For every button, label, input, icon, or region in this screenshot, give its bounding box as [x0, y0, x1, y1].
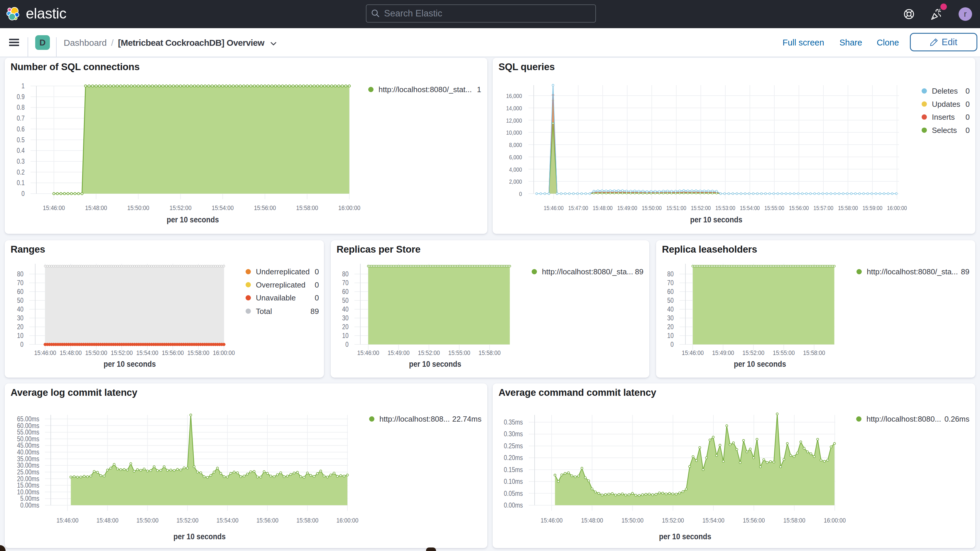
- svg-text:14,000: 14,000: [506, 105, 522, 111]
- svg-text:http://localhost:808...: http://localhost:808...: [379, 414, 450, 424]
- svg-text:30: 30: [17, 314, 24, 322]
- svg-text:0: 0: [966, 86, 970, 96]
- svg-text:10,000: 10,000: [506, 129, 522, 136]
- svg-text:15:54:00: 15:54:00: [216, 517, 239, 524]
- svg-text:30: 30: [342, 314, 348, 322]
- svg-text:1: 1: [477, 85, 481, 94]
- svg-text:0: 0: [670, 341, 674, 348]
- svg-text:15:52:00: 15:52:00: [418, 349, 440, 357]
- svg-text:0.15ms: 0.15ms: [504, 466, 523, 473]
- svg-text:15:56:00: 15:56:00: [789, 204, 809, 211]
- svg-text:0.20ms: 0.20ms: [504, 454, 523, 462]
- svg-text:0.00ms: 0.00ms: [504, 502, 523, 509]
- svg-text:15:52:00: 15:52:00: [111, 349, 133, 357]
- svg-text:89: 89: [310, 307, 319, 316]
- svg-text:89: 89: [635, 267, 643, 276]
- svg-text:15:52:00: 15:52:00: [662, 517, 684, 524]
- svg-text:0.26ms: 0.26ms: [945, 414, 969, 424]
- svg-text:15:51:00: 15:51:00: [667, 204, 686, 211]
- svg-text:Total: Total: [256, 307, 272, 316]
- svg-text:15:46:00: 15:46:00: [357, 349, 379, 357]
- svg-text:40: 40: [667, 306, 674, 313]
- svg-text:15:46:00: 15:46:00: [43, 204, 65, 212]
- svg-text:Overreplicated: Overreplicated: [256, 280, 305, 289]
- svg-text:15:52:00: 15:52:00: [170, 204, 192, 212]
- svg-text:15:52:00: 15:52:00: [691, 204, 711, 211]
- svg-text:15:55:00: 15:55:00: [448, 349, 470, 357]
- svg-text:Unavailable: Unavailable: [256, 293, 296, 302]
- svg-text:16:00:00: 16:00:00: [887, 204, 907, 211]
- svg-text:70: 70: [342, 279, 348, 287]
- svg-text:0.10ms: 0.10ms: [504, 478, 523, 485]
- svg-text:15:58:00: 15:58:00: [783, 517, 805, 524]
- svg-text:60: 60: [667, 288, 674, 295]
- svg-text:10: 10: [667, 332, 674, 339]
- svg-text:16:00:00: 16:00:00: [338, 204, 360, 212]
- svg-text:per 10 seconds: per 10 seconds: [173, 532, 226, 541]
- svg-text:0.35ms: 0.35ms: [504, 418, 523, 426]
- svg-text:per 10 seconds: per 10 seconds: [409, 360, 461, 368]
- svg-text:15:58:00: 15:58:00: [838, 204, 858, 211]
- svg-text:15:50:00: 15:50:00: [85, 349, 107, 357]
- svg-text:0.5: 0.5: [17, 136, 25, 144]
- svg-text:0: 0: [966, 126, 970, 135]
- svg-text:Deletes: Deletes: [932, 86, 958, 96]
- svg-text:0: 0: [345, 341, 348, 348]
- svg-text:15:50:00: 15:50:00: [642, 204, 662, 211]
- svg-text:80: 80: [17, 270, 24, 278]
- svg-text:0.25ms: 0.25ms: [504, 442, 523, 450]
- svg-text:http://localhost:8080...: http://localhost:8080...: [867, 414, 941, 424]
- svg-text:15:56:00: 15:56:00: [743, 517, 765, 524]
- svg-text:20: 20: [17, 323, 24, 331]
- svg-text:per 10 seconds: per 10 seconds: [167, 215, 219, 224]
- svg-text:per 10 seconds: per 10 seconds: [690, 215, 742, 224]
- svg-text:0: 0: [315, 280, 319, 289]
- svg-text:0.7: 0.7: [17, 115, 25, 122]
- svg-text:15:48:00: 15:48:00: [593, 204, 612, 211]
- svg-text:12,000: 12,000: [506, 117, 522, 124]
- svg-text:http://localhost:8080/_sta...: http://localhost:8080/_sta...: [867, 267, 958, 276]
- svg-text:6,000: 6,000: [509, 154, 522, 161]
- svg-text:15:58:00: 15:58:00: [296, 204, 318, 212]
- svg-text:Updates: Updates: [932, 100, 960, 108]
- svg-text:15:54:00: 15:54:00: [212, 204, 234, 212]
- svg-text:0.6: 0.6: [17, 125, 25, 133]
- svg-text:16,000: 16,000: [506, 92, 522, 99]
- svg-text:20: 20: [342, 323, 348, 331]
- svg-text:15:48:00: 15:48:00: [97, 517, 119, 524]
- svg-text:16:00:00: 16:00:00: [337, 517, 358, 524]
- svg-text:per 10 seconds: per 10 seconds: [659, 532, 711, 541]
- svg-text:15:48:00: 15:48:00: [85, 204, 107, 212]
- svg-text:0.2: 0.2: [17, 169, 25, 176]
- svg-text:0.1: 0.1: [17, 179, 25, 186]
- svg-text:15:46:00: 15:46:00: [682, 349, 704, 357]
- svg-text:15:46:00: 15:46:00: [57, 517, 79, 524]
- svg-text:15:49:00: 15:49:00: [388, 349, 410, 357]
- svg-text:30: 30: [667, 314, 674, 322]
- svg-text:22.74ms: 22.74ms: [452, 414, 482, 424]
- svg-text:15:58:00: 15:58:00: [803, 349, 825, 357]
- svg-text:0: 0: [966, 113, 970, 121]
- svg-text:15:53:00: 15:53:00: [715, 204, 735, 211]
- svg-text:2,000: 2,000: [509, 178, 522, 185]
- svg-text:40: 40: [17, 306, 24, 313]
- svg-text:per 10 seconds: per 10 seconds: [734, 360, 786, 368]
- svg-text:15:50:00: 15:50:00: [622, 517, 643, 524]
- svg-text:15:59:00: 15:59:00: [862, 204, 882, 211]
- svg-text:15:54:00: 15:54:00: [702, 517, 724, 524]
- svg-text:15:56:00: 15:56:00: [254, 204, 276, 212]
- svg-text:0.9: 0.9: [17, 93, 25, 100]
- svg-text:0.30ms: 0.30ms: [504, 430, 523, 438]
- svg-text:10: 10: [342, 332, 348, 339]
- svg-text:10: 10: [17, 332, 24, 339]
- svg-text:60: 60: [342, 288, 348, 295]
- svg-text:20: 20: [667, 323, 674, 331]
- svg-text:http://localhost:8080/_sta...: http://localhost:8080/_sta...: [542, 267, 633, 276]
- svg-text:0.00ms: 0.00ms: [20, 502, 39, 509]
- svg-text:0: 0: [315, 267, 319, 276]
- svg-text:1: 1: [21, 82, 25, 90]
- svg-text:Inserts: Inserts: [932, 113, 955, 121]
- svg-text:0.8: 0.8: [17, 104, 25, 111]
- svg-text:0.3: 0.3: [17, 158, 25, 165]
- svg-text:4,000: 4,000: [509, 166, 522, 173]
